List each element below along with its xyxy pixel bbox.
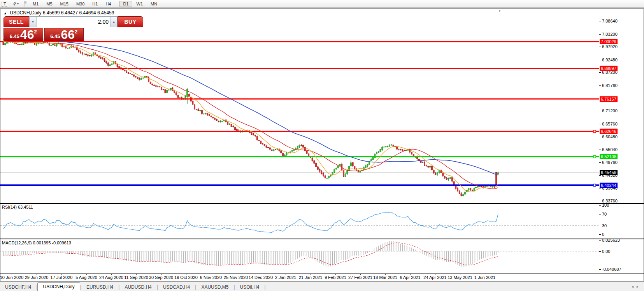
date-label: 9 Feb 2021 (325, 275, 346, 280)
macd-axis-tick: -0.040687 (602, 267, 621, 272)
hline-price-label[interactable]: 6.88897 (600, 66, 618, 71)
price-axis-tick: 6.97920 (602, 44, 618, 49)
date-label: 25 Nov 2020 (224, 275, 248, 280)
buy-price-pips: 66 (61, 29, 75, 40)
price-axis[interactable]: 7.086407.032006.979206.924806.872006.817… (599, 9, 644, 274)
one-click-trade-panel: SELL ▼ ▲ BUY 6.45 46 2 6.45 66 2 (4, 16, 84, 41)
chart-tab-bar: USDCHF,H4|USDCNH,Daily|EURUSD,H4|AUDUSD,… (0, 281, 644, 291)
toolbar-separator (117, 1, 117, 7)
rsi-label: RSI(14) 63.4511 (2, 205, 33, 209)
date-label: 5 Aug 2020 (75, 275, 97, 280)
price-axis-tick: 6.71200 (602, 108, 618, 113)
date-axis[interactable]: 10 Jun 202029 Jun 202017 Jul 20205 Aug 2… (0, 274, 644, 281)
date-label: 6 Apr 2021 (400, 275, 420, 280)
date-label: 14 Dec 2020 (249, 275, 273, 280)
date-label: 19 Oct 2020 (174, 275, 198, 280)
chart-tab-usoil[interactable]: USOil,H4 (235, 283, 265, 291)
price-axis-tick: 6.81760 (602, 83, 618, 88)
timeframe-button-w1[interactable]: W1 (133, 1, 147, 7)
date-label: 10 Jun 2020 (0, 275, 23, 280)
timeframe-button-h1[interactable]: H1 (89, 1, 101, 7)
price-axis-tick: 6.55040 (602, 147, 618, 152)
chart-shift-marker[interactable]: ▼ (498, 9, 501, 13)
macd-pane[interactable] (0, 239, 599, 274)
timeframe-button-h4[interactable]: H4 (102, 1, 114, 7)
volume-input[interactable] (37, 17, 110, 27)
date-label: 29 Jun 2020 (25, 275, 49, 280)
collapse-icon[interactable]: ▲ (4, 11, 7, 15)
arrows-icon: ⇄ (11, 1, 18, 7)
chart-window: 7.086407.032006.979206.924806.872006.817… (0, 9, 644, 281)
current-price-label: 6.45459 (600, 170, 618, 175)
hline-price-label[interactable]: 6.76157 (600, 96, 618, 102)
timeframe-button-d1[interactable]: D1 (119, 1, 132, 7)
date-label: 6 Nov 2020 (200, 275, 222, 280)
volume-decrease-button[interactable]: ▼ (30, 17, 37, 27)
timeframe-group: M1M5M15M30H1H4D1W1MN (29, 1, 161, 7)
date-label: 21 Jan 2021 (299, 275, 323, 280)
date-label: 30 Sep 2020 (149, 275, 173, 280)
price-axis-tick: 7.08640 (602, 19, 618, 23)
date-label: 24 Aug 2020 (99, 275, 123, 280)
toolbar-drag-handle (24, 1, 26, 7)
ohlc-values: 6.45699 6.46427 6.44694 6.45459 (43, 10, 114, 16)
text-tool-button[interactable]: T (2, 1, 8, 7)
chart-tab-eurusd[interactable]: EURUSD,H4 (81, 283, 118, 291)
buy-price-box[interactable]: 6.45 66 2 (44, 28, 84, 41)
chart-title: ▲ USDCNH,Daily 6.45699 6.46427 6.44694 6… (4, 10, 114, 16)
date-label: 11 Sep 2020 (124, 275, 148, 280)
sell-price-point: 2 (34, 29, 37, 35)
timeframe-button-mn[interactable]: MN (147, 1, 161, 7)
buy-price-point: 2 (75, 29, 77, 35)
sell-price-box[interactable]: 6.45 46 2 (4, 28, 43, 41)
rsi-axis-tick: 30 (602, 223, 607, 228)
sell-price-prefix: 6.45 (10, 33, 19, 39)
timeframe-button-m1[interactable]: M1 (29, 1, 42, 7)
macd-axis-tick: 0.025623 (602, 238, 620, 242)
macd-label: MACD(12,26,9) 0.001395 -0.009613 (2, 240, 71, 245)
macd-axis-tick: 0.00 (602, 249, 610, 254)
price-axis-tick: 7.03200 (602, 32, 618, 37)
rsi-axis-tick: 100 (602, 203, 609, 207)
sell-button[interactable]: SELL (4, 16, 29, 27)
volume-stepper: ▼ ▲ (29, 16, 118, 27)
rsi-axis-tick: 0 (602, 232, 604, 237)
hline-price-label[interactable]: 6.62646 (600, 129, 618, 134)
tab-separator: | (265, 284, 266, 291)
chart-tab-usdcad[interactable]: USDCAD,H4 (158, 283, 195, 291)
date-label: 17 Jul 2020 (51, 275, 73, 280)
top-toolbar: T ⇄ ▾ M1M5M15M30H1H4D1W1MN (0, 0, 644, 8)
date-label: 2 Jan 2021 (275, 275, 296, 280)
buy-button[interactable]: BUY (118, 16, 143, 27)
buy-price-prefix: 6.45 (50, 33, 60, 39)
rsi-axis-tick: 70 (602, 212, 607, 216)
price-axis-tick: 6.65760 (602, 122, 618, 126)
hline-price-label[interactable]: 7.00029 (600, 39, 618, 44)
price-axis-tick: 6.33760 (602, 199, 618, 203)
price-axis-tick: 6.60480 (602, 134, 618, 139)
chart-tab-usdcnh[interactable]: USDCNH,Daily (37, 282, 80, 291)
chart-tab-audusd[interactable]: AUDUSD,H4 (119, 283, 156, 291)
price-axis-tick: 6.49760 (602, 160, 618, 165)
arrows-tool-button[interactable]: ⇄ ▾ (11, 1, 20, 7)
volume-increase-button[interactable]: ▲ (110, 17, 117, 27)
tab-scroll-arrows[interactable]: ◂▸ (632, 284, 642, 289)
hline-price-label[interactable]: 6.40244 (600, 183, 618, 188)
sell-price-pips: 46 (20, 29, 34, 40)
rsi-pane[interactable] (0, 204, 599, 239)
timeframe-button-m5[interactable]: M5 (43, 1, 56, 7)
symbol-period-label: USDCNH,Daily (10, 10, 41, 16)
timeframe-button-m30[interactable]: M30 (73, 1, 88, 7)
date-label: 18 Mar 2021 (373, 275, 397, 280)
date-label: 13 May 2021 (447, 275, 472, 280)
date-label: 1 Jun 2021 (474, 275, 495, 280)
chart-tab-usdchf[interactable]: USDCHF,H4 (0, 283, 36, 291)
chart-tab-xauusd[interactable]: XAUUSD,M5 (196, 283, 233, 291)
price-axis-tick: 6.92480 (602, 58, 618, 62)
date-label: 27 Feb 2021 (348, 275, 372, 280)
timeframe-button-m15[interactable]: M15 (57, 1, 72, 7)
date-label: 24 Apr 2021 (423, 275, 446, 280)
price-chart-pane[interactable] (0, 9, 599, 203)
hline-price-label[interactable]: 6.52108 (600, 154, 618, 159)
